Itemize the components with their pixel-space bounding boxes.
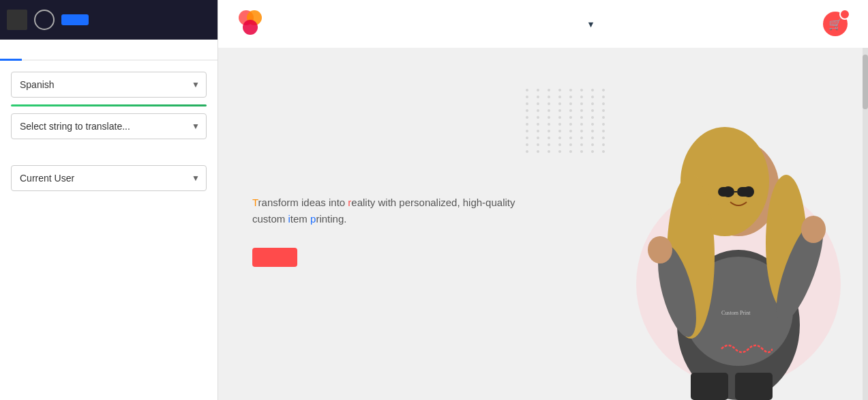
redo-button[interactable] <box>201 146 207 152</box>
top-bar <box>0 0 218 40</box>
account-dropdown-icon: ▾ <box>588 19 593 29</box>
view-as-select[interactable]: Current User Guest Admin <box>11 165 207 191</box>
panel-content: Spanish French German Italian Portuguese… <box>0 61 218 400</box>
scrollbar[interactable] <box>863 48 868 400</box>
undo-button[interactable] <box>190 146 196 152</box>
svg-text:Custom Print: Custom Print <box>721 310 751 316</box>
dots-pattern: // Generate dots const dotsContainer = d… <box>526 89 609 153</box>
view-website-section: Current User Guest Admin ▼ <box>11 165 207 191</box>
tab-translation-editor[interactable] <box>0 40 22 61</box>
view-as-dropdown-wrapper: Current User Guest Admin ▼ <box>11 165 207 191</box>
logo <box>239 10 271 38</box>
desc-t: T <box>252 197 258 208</box>
cart-button[interactable]: 🛒 <box>823 12 848 36</box>
svg-rect-15 <box>691 373 728 400</box>
hero-description: Transform ideas into reality with person… <box>252 195 525 227</box>
hero-content: Transform ideas into reality with person… <box>252 181 834 267</box>
panel-tabs <box>0 40 218 61</box>
nav-right: 🛒 <box>812 12 848 36</box>
string-dropdown-wrapper: Select string to translate... ▼ <box>11 113 207 139</box>
logo-icon <box>239 10 266 38</box>
language-progress-bar <box>11 104 207 106</box>
decorative-wave <box>718 339 773 359</box>
hero-section: Transform ideas into reality with person… <box>218 48 868 400</box>
undo-redo-bar <box>11 146 207 152</box>
string-select[interactable]: Select string to translate... <box>11 113 207 139</box>
tab-string-translation[interactable] <box>22 40 44 59</box>
logo-circle-3 <box>243 20 258 35</box>
close-button[interactable] <box>7 10 27 30</box>
language-dropdown-wrapper: Spanish French German Italian Portuguese… <box>11 72 207 98</box>
nav-links: ▾ <box>299 19 798 29</box>
language-select[interactable]: Spanish French German Italian Portuguese <box>11 72 207 98</box>
save-button[interactable] <box>61 14 89 25</box>
right-panel: ▾ 🛒 Transform ideas into reality with pe… <box>218 0 868 400</box>
cart-badge <box>839 9 850 20</box>
info-button[interactable] <box>34 10 55 30</box>
nav-link-account[interactable]: ▾ <box>586 19 593 29</box>
site-nav: ▾ 🛒 <box>218 0 868 48</box>
svg-rect-16 <box>735 373 773 400</box>
get-started-button[interactable] <box>252 248 297 267</box>
left-panel: Spanish French German Italian Portuguese… <box>0 0 218 400</box>
scrollbar-thumb[interactable] <box>863 55 868 109</box>
